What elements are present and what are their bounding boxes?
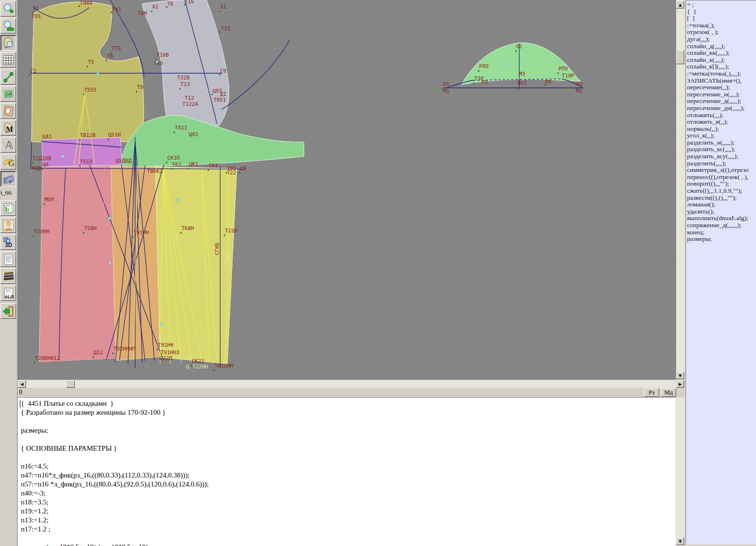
function-list-item[interactable]: разделить_ксу(,,,,); xyxy=(687,153,756,160)
editor-scroll-down-button[interactable]: ▼ xyxy=(676,537,684,545)
md-button[interactable]: Мд xyxy=(661,388,676,397)
pattern-drawing[interactable]: Т1Т01ТЯ44Т41Х2Т6Т16Т6МХ1Т15ТТ8Т8Т5Т10ВТ4… xyxy=(18,0,676,380)
function-list-item[interactable]: сплайн_к(,,,,); xyxy=(687,57,756,64)
algorithm-editor[interactable]: { 4451 Платье со складками }{ Разработан… xyxy=(18,397,676,546)
canvas-hscrollbar[interactable] xyxy=(18,380,676,388)
function-list-item[interactable]: пересечение_дн(,,,,,); xyxy=(687,105,756,112)
scroll-right-button[interactable]: ▶ xyxy=(676,380,684,388)
canvas-hscroll-thumb[interactable] xyxy=(66,380,75,388)
point-marker-green xyxy=(166,162,168,163)
scroll-up-button[interactable]: ▲ xyxy=(676,1,684,9)
books-button[interactable] xyxy=(0,268,16,284)
point-marker-green xyxy=(83,232,85,234)
point-label: ЦК1 xyxy=(189,161,198,167)
point-label: Т91НН xyxy=(158,342,173,348)
point-marker-green xyxy=(106,60,107,61)
function-list-item[interactable]: угол_к(,,); xyxy=(687,132,756,139)
point-label: СГИБ xyxy=(214,242,220,255)
function-list-item[interactable]: размеры; xyxy=(687,236,756,243)
function-list-item[interactable]: { } xyxy=(687,9,756,16)
point-label: СГИБ xyxy=(224,253,231,265)
toolbar: M G 8 i_66. 3D ALG xyxy=(0,0,17,546)
segment-button[interactable] xyxy=(0,69,16,85)
function-list-item[interactable]: конец; xyxy=(687,229,756,236)
editor-vscrollbar[interactable] xyxy=(676,397,685,546)
function-list-item[interactable]: отрезок( , ); xyxy=(687,29,756,36)
point-marker-green xyxy=(188,168,189,170)
editor-line: п57:=п16 *л_фнк(рз_16,((80,0.45),(92,0.5… xyxy=(21,480,676,489)
grazia-g-button[interactable]: G xyxy=(0,154,16,170)
point-marker-green xyxy=(180,88,181,90)
view-piece-button[interactable] xyxy=(0,35,16,51)
function-list-item[interactable]: сплайн_к[](,,,,); xyxy=(687,63,756,70)
function-list-item[interactable]: пересечение_н(,,,,); xyxy=(687,91,756,98)
point-marker-green xyxy=(79,166,81,167)
image-view-button[interactable] xyxy=(0,86,16,102)
function-list-item[interactable]: отложить(,,,); xyxy=(687,112,756,119)
zoom-in-button[interactable] xyxy=(0,1,16,17)
function-list-item[interactable]: сжать((),,,1.1,0.9,""); xyxy=(687,188,756,195)
function-list-item[interactable]: ЗАПИСАТЬ(имя=(), xyxy=(687,77,756,85)
point-label: М3 xyxy=(519,71,525,77)
editor-line xyxy=(21,534,676,543)
zoom-out-button[interactable] xyxy=(0,18,16,34)
function-list-item[interactable]: нормаль(,,); xyxy=(687,126,756,133)
grid-button[interactable] xyxy=(0,52,16,68)
portrait-button[interactable] xyxy=(0,217,16,233)
point-label: Т8662 xyxy=(147,168,163,174)
editor-line: прш_с:=(пр_19*0.5+п19),(пр_18*0.5+п18); xyxy=(21,543,676,546)
function-list-item[interactable]: перенос((),отрезок( , ), xyxy=(687,174,756,181)
alg-document-button[interactable]: ALG xyxy=(0,285,16,301)
function-list-item[interactable]: сплайн_кк(,,,,,); xyxy=(687,50,756,57)
arrow-up-icon: ▲ xyxy=(679,3,681,7)
function-list-item[interactable]: пересечение_д(,,,,,); xyxy=(687,98,756,105)
function-list-item[interactable]: поворот((),,,""); xyxy=(687,180,756,188)
threed-label: 3D xyxy=(5,241,12,248)
drawing-canvas[interactable]: Т1Т01ТЯ44Т41Х2Т6Т16Т6МХ1Т15ТТ8Т8Т5Т10ВТ4… xyxy=(18,0,676,380)
point-marker-cyan xyxy=(508,63,510,66)
point-marker-green xyxy=(239,172,241,174)
point-label: Ц22Д xyxy=(160,355,172,361)
editor-line: п17:=1.2 ; xyxy=(21,525,676,534)
pattern-sketch-button[interactable] xyxy=(0,103,16,119)
arrow-down-icon: ▼ xyxy=(679,539,681,544)
function-list-item[interactable]: выполнить(dmod\.alg); xyxy=(687,215,756,222)
exit-button[interactable] xyxy=(0,303,16,319)
toolbar-item-i66[interactable]: i_66. xyxy=(0,189,17,196)
rz-button[interactable]: Рз xyxy=(644,388,659,397)
function-list-item[interactable]: развести((),(),,,""); xyxy=(687,195,756,202)
point-label: Т555 xyxy=(84,87,97,93)
function-list-item[interactable]: сплайн_д(,,,,); xyxy=(687,43,756,50)
chart-document-button[interactable] xyxy=(0,200,16,216)
function-list-item[interactable]: :=точка(,); xyxy=(687,22,756,29)
function-list-item[interactable]: :=метка(точка(,),,,,); xyxy=(687,70,756,77)
function-list-item[interactable]: разделить(,,,,); xyxy=(687,160,756,167)
function-list-item[interactable]: ломаная(); xyxy=(687,201,756,208)
scroll-down-button[interactable]: ▼ xyxy=(676,372,684,379)
scroll-left-button[interactable]: ◀ xyxy=(18,380,26,388)
point-label: РЛО xyxy=(479,63,489,69)
document-list-button[interactable] xyxy=(0,251,16,267)
function-list-item[interactable]: сопряжение_д(,,,,,,); xyxy=(687,222,756,229)
status-bar: 0 Рз Мд xyxy=(18,388,676,397)
point-label: РЛ xyxy=(481,79,488,85)
function-list-item[interactable]: симметрия_л((),отрезо xyxy=(687,167,756,174)
function-list-item[interactable]: [ ] xyxy=(687,15,756,22)
function-list-item[interactable]: = ; xyxy=(687,1,756,9)
point-label: Т68Н xyxy=(181,225,194,231)
pattern-m-button[interactable]: M xyxy=(0,120,16,136)
ruler-8-button[interactable]: 8 xyxy=(0,171,16,187)
function-list-item[interactable]: дуга(,,,); xyxy=(687,36,756,43)
function-list-item[interactable]: разделить_кс(,,,,); xyxy=(687,146,756,153)
function-list-item[interactable]: удалить(); xyxy=(687,208,756,215)
function-list-item[interactable]: пересечение(,,); xyxy=(687,84,756,91)
drafting-tools-button[interactable] xyxy=(0,137,16,153)
canvas-vscroll-thumb[interactable] xyxy=(676,50,684,64)
3d-view-button[interactable]: 3D xyxy=(0,234,16,250)
point-label: Т16 xyxy=(185,0,194,5)
point-label: Р2 xyxy=(576,81,583,87)
function-list-item[interactable]: разделить_н(,,,,,); xyxy=(687,139,756,146)
point-label: Т22 xyxy=(227,170,236,176)
editor-line: п47:=п16*л_фнк(рз_16,((80,0.33),(112,0.3… xyxy=(21,471,676,480)
function-list-item[interactable]: отложить_в(,,); xyxy=(687,119,756,126)
